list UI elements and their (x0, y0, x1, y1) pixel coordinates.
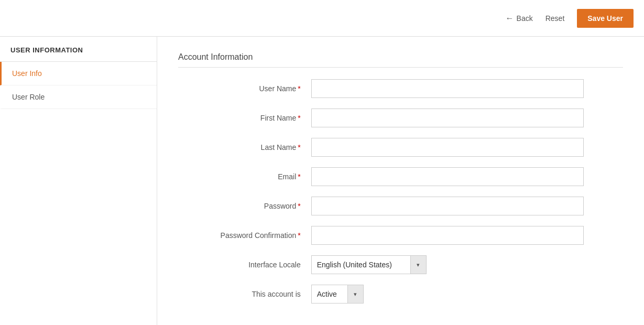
toolbar: ← Back Reset Save User (0, 0, 644, 37)
content-area: Account Information User Name* First Nam… (157, 37, 644, 325)
sidebar-item-user-info[interactable]: User Info (0, 62, 157, 85)
account-form: User Name* First Name* (178, 74, 623, 309)
locale-label: Interface Locale (178, 250, 307, 279)
sidebar-header: USER INFORMATION (0, 37, 157, 62)
table-row: Last Name* (178, 133, 623, 162)
required-star: * (298, 231, 300, 240)
password-label: Password* (178, 191, 307, 221)
password-input[interactable] (311, 197, 584, 215)
required-star: * (298, 202, 300, 210)
reset-button[interactable]: Reset (539, 10, 571, 27)
lastname-input[interactable] (311, 138, 584, 157)
locale-cell: English (United States) French (France) … (307, 250, 623, 279)
locale-dropdown-arrow-icon: ▾ (410, 256, 426, 274)
password-cell (307, 191, 623, 221)
table-row: Password* (178, 191, 623, 221)
firstname-input[interactable] (311, 109, 584, 127)
firstname-cell (307, 103, 623, 133)
table-row: Interface Locale English (United States)… (178, 250, 623, 279)
password-confirm-input[interactable] (311, 226, 584, 245)
account-status-label: This account is (178, 279, 307, 309)
required-star: * (298, 143, 300, 151)
save-user-button[interactable]: Save User (577, 9, 634, 28)
locale-select[interactable]: English (United States) French (France) … (312, 256, 411, 274)
required-star: * (298, 84, 300, 93)
email-cell (307, 162, 623, 191)
password-confirm-label: Password Confirmation* (178, 221, 307, 250)
email-label: Email* (178, 162, 307, 191)
lastname-cell (307, 133, 623, 162)
table-row: This account is Active Inactive ▾ (178, 279, 623, 309)
username-label: User Name* (178, 74, 307, 103)
account-status-cell: Active Inactive ▾ (307, 279, 623, 309)
sidebar-item-user-info-label: User Info (12, 69, 42, 78)
back-label: Back (517, 14, 533, 23)
back-arrow-icon: ← (506, 14, 514, 23)
firstname-label: First Name* (178, 103, 307, 133)
sidebar-item-user-role-label: User Role (12, 93, 45, 101)
table-row: Email* (178, 162, 623, 191)
section-title: Account Information (178, 52, 623, 68)
account-status-select[interactable]: Active Inactive (312, 285, 362, 303)
lastname-label: Last Name* (178, 133, 307, 162)
back-button[interactable]: ← Back (506, 14, 533, 23)
username-cell (307, 74, 623, 103)
table-row: Password Confirmation* (178, 221, 623, 250)
sidebar-item-user-role[interactable]: User Role (0, 85, 157, 109)
password-confirm-cell (307, 221, 623, 250)
required-star: * (298, 172, 300, 181)
main-layout: USER INFORMATION User Info User Role Acc… (0, 37, 644, 325)
locale-select-wrapper: English (United States) French (France) … (311, 255, 427, 274)
email-input[interactable] (311, 167, 584, 186)
account-status-select-wrapper: Active Inactive ▾ (311, 285, 364, 304)
table-row: User Name* (178, 74, 623, 103)
username-input[interactable] (311, 79, 584, 98)
sidebar: USER INFORMATION User Info User Role (0, 37, 157, 325)
table-row: First Name* (178, 103, 623, 133)
required-star: * (298, 114, 300, 122)
